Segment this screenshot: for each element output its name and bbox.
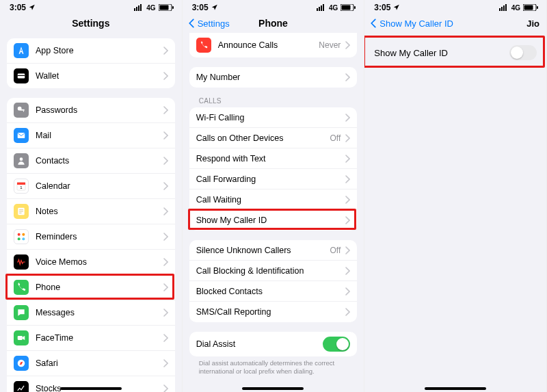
network-label: 4G [146, 4, 155, 12]
back-button[interactable]: Show My Caller ID [369, 14, 453, 33]
svg-rect-6 [172, 6, 174, 9]
row-label: App Store [36, 46, 163, 55]
row-value: Off [330, 246, 341, 255]
signal-icon [134, 4, 144, 11]
svg-rect-1 [136, 7, 137, 11]
settings-row-facetime[interactable]: FaceTime [7, 326, 175, 351]
svg-point-24 [22, 237, 25, 240]
network-label: 4G [511, 4, 520, 12]
row-label: My Number [196, 73, 345, 82]
announce-icon [196, 38, 211, 53]
status-bar: 3:05 4G [364, 0, 546, 14]
home-indicator[interactable] [242, 387, 304, 390]
row-label: FaceTime [36, 333, 163, 343]
row-call-waiting[interactable]: Call Waiting [189, 190, 358, 210]
location-icon [211, 4, 218, 11]
chevron-right-icon [345, 246, 350, 254]
settings-row-passwords[interactable]: Passwords [7, 98, 175, 123]
row-label: Voice Memos [36, 257, 163, 267]
chevron-right-icon [163, 258, 168, 266]
manage-group: Silence Unknown CallersOffCall Blocking … [189, 240, 358, 322]
home-indicator[interactable] [60, 387, 122, 390]
row-wi-fi-calling[interactable]: Wi-Fi Calling [189, 107, 358, 128]
settings-row-wallet[interactable]: Wallet [7, 64, 175, 88]
chevron-right-icon [163, 157, 168, 165]
row-label: Announce Calls [218, 40, 319, 50]
svg-rect-5 [159, 5, 168, 10]
svg-rect-41 [505, 4, 507, 11]
chevron-right-icon [163, 233, 168, 241]
chevron-right-icon [345, 134, 350, 142]
svg-rect-25 [18, 336, 23, 340]
person-icon [14, 153, 29, 168]
settings-row-reminders[interactable]: Reminders [7, 224, 175, 250]
msg-icon [14, 305, 29, 320]
settings-row-mail[interactable]: Mail [7, 123, 175, 148]
home-indicator[interactable] [425, 387, 486, 390]
settings-row-safari[interactable]: Safari [7, 351, 175, 376]
settings-row-messages[interactable]: Messages [7, 300, 175, 326]
row-call-blocking-identification[interactable]: Call Blocking & Identification [189, 261, 358, 281]
location-icon [29, 4, 36, 11]
svg-rect-8 [18, 75, 25, 76]
row-blocked-contacts[interactable]: Blocked Contacts [189, 281, 358, 302]
row-silence-unknown-callers[interactable]: Silence Unknown CallersOff [189, 240, 358, 261]
settings-row-notes[interactable]: Notes [7, 199, 175, 224]
screen-caller-id: 3:05 4G Show My Caller ID Jio Show My Ca… [364, 0, 547, 392]
row-show-my-caller-id[interactable]: Show My Caller ID [189, 210, 358, 231]
settings-row-app-store[interactable]: App Store [7, 38, 175, 64]
row-label: Silence Unknown Callers [196, 246, 330, 255]
svg-point-23 [18, 237, 21, 240]
row-label: Contacts [36, 156, 163, 166]
row-value: Off [330, 133, 341, 143]
row-show-caller-id[interactable]: Show My Caller ID [364, 38, 546, 68]
chevron-right-icon [163, 106, 168, 114]
carrier-label: Jio [526, 14, 539, 33]
settings-row-calendar[interactable]: 1Calendar [7, 174, 175, 199]
settings-row-contacts[interactable]: Contacts [7, 148, 175, 174]
svg-rect-31 [317, 8, 318, 11]
row-my-number[interactable]: My Number [189, 67, 358, 88]
row-label: Call Blocking & Identification [196, 266, 345, 276]
settings-group-2: PasswordsMailContacts1CalendarNotesRemin… [7, 98, 175, 392]
row-label: Mail [36, 131, 163, 140]
svg-rect-44 [537, 6, 538, 9]
chevron-right-icon [163, 72, 168, 80]
dial-assist-toggle[interactable] [323, 337, 350, 352]
chevron-right-icon [345, 308, 350, 316]
phone-icon [14, 280, 29, 295]
chevron-right-icon [345, 41, 350, 49]
back-button[interactable]: Settings [187, 14, 230, 33]
row-label: Safari [36, 358, 163, 368]
caller-id-toggle[interactable] [509, 45, 537, 60]
settings-row-phone[interactable]: Phone [7, 275, 175, 300]
row-sms-call-reporting[interactable]: SMS/Call Reporting [189, 302, 358, 322]
chevron-right-icon [345, 175, 350, 183]
wallet-icon [14, 68, 29, 83]
key-icon [14, 103, 29, 118]
row-call-forwarding[interactable]: Call Forwarding [189, 169, 358, 190]
chevron-right-icon [163, 384, 168, 392]
svg-rect-10 [21, 109, 25, 111]
cal-icon: 1 [14, 179, 29, 194]
voice-icon [14, 254, 29, 270]
notes-icon [14, 204, 29, 219]
chevron-right-icon [163, 131, 168, 140]
nav-bar: Settings Phone [183, 14, 364, 33]
settings-row-voice-memos[interactable]: Voice Memos [7, 250, 175, 275]
svg-rect-11 [23, 111, 24, 112]
dial-assist-footnote: Dial assist automatically determines the… [189, 359, 358, 376]
safari-icon [14, 356, 29, 371]
chevron-right-icon [345, 73, 350, 81]
svg-rect-15 [17, 183, 25, 185]
svg-rect-37 [354, 6, 356, 9]
row-label: Call Forwarding [196, 174, 345, 184]
row-announce-calls[interactable]: Announce Calls Never [189, 33, 358, 57]
status-time: 3:05 [374, 3, 390, 12]
row-dial-assist[interactable]: Dial Assist [189, 332, 358, 356]
row-label: Respond with Text [196, 154, 345, 164]
row-respond-with-text[interactable]: Respond with Text [189, 148, 358, 169]
row-calls-on-other-devices[interactable]: Calls on Other DevicesOff [189, 128, 358, 148]
row-label: Blocked Contacts [196, 287, 345, 296]
section-header-calls: CALLS [189, 97, 358, 107]
